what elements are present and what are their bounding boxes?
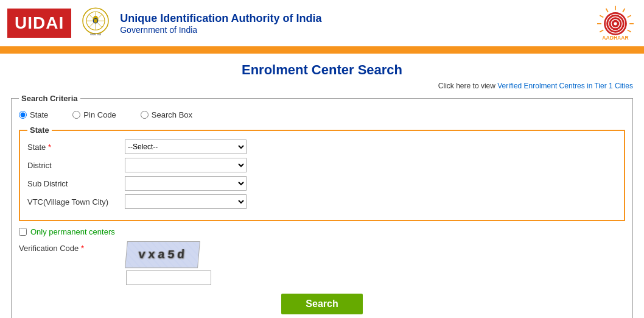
page-title: Enrolment Center Search — [0, 62, 644, 78]
emblem-icon: सत्यमेव जयते — [77, 5, 114, 41]
search-criteria-fieldset: Search Criteria State Pin Code Search Bo… — [11, 94, 633, 318]
svg-line-11 — [623, 9, 625, 12]
tier1-prefix: Click here to view — [438, 82, 495, 90]
svg-point-23 — [614, 22, 617, 25]
search-button[interactable]: Search — [281, 294, 362, 314]
svg-line-15 — [606, 9, 608, 12]
radio-row: State Pin Code Search Box — [19, 110, 625, 119]
state-fieldset: State State * --Select-- District — [19, 125, 625, 221]
subdistrict-row: Sub District — [27, 176, 617, 191]
search-criteria-legend: Search Criteria — [19, 94, 80, 103]
svg-line-12 — [628, 15, 631, 17]
page-title-bar: Enrolment Center Search — [0, 54, 644, 80]
header-left: UIDAI सत्यमेव जयते Unique Identification… — [7, 5, 322, 41]
radio-state[interactable] — [19, 111, 27, 119]
radio-searchbox[interactable] — [141, 111, 149, 119]
permanent-centers-checkbox[interactable] — [19, 228, 27, 236]
tier1-link-bar: Click here to view Verified Enrolment Ce… — [0, 80, 644, 94]
state-fieldset-legend: State — [27, 125, 52, 135]
vtc-row: VTC(Village Town City) — [27, 194, 617, 209]
org-sub: Government of India — [120, 25, 321, 35]
verify-required: * — [81, 244, 84, 253]
svg-line-18 — [600, 30, 603, 32]
radio-state-label: State — [30, 110, 48, 119]
verification-section: Verification Code * vxa5d — [19, 241, 625, 285]
radio-state-option[interactable]: State — [19, 110, 48, 119]
verify-row: Verification Code * vxa5d — [19, 241, 625, 285]
captcha-container: vxa5d — [126, 241, 211, 285]
org-name: Unique Identification Authority of India — [120, 12, 321, 25]
header-text: Unique Identification Authority of India… — [120, 12, 321, 35]
tier1-link[interactable]: Verified Enrolment Centres in Tier 1 Cit… — [497, 82, 633, 90]
permanent-centers-row: Only permanent centers — [19, 227, 625, 236]
radio-pincode-label: Pin Code — [83, 110, 116, 119]
district-select[interactable] — [125, 158, 247, 172]
subdistrict-label: Sub District — [27, 179, 125, 188]
captcha-image: vxa5d — [125, 241, 200, 268]
main-content: Search Criteria State Pin Code Search Bo… — [0, 94, 644, 318]
state-required: * — [48, 143, 51, 152]
permanent-centers-label[interactable]: Only permanent centers — [30, 227, 115, 236]
verify-label: Verification Code * — [19, 241, 116, 253]
svg-line-14 — [628, 30, 631, 32]
svg-text:AADHAAR: AADHAAR — [602, 35, 629, 41]
subdistrict-select[interactable] — [125, 176, 247, 191]
district-label: District — [27, 161, 125, 170]
verification-input[interactable] — [126, 270, 211, 285]
state-label: State * — [27, 143, 125, 152]
orange-divider — [0, 49, 644, 54]
radio-searchbox-label: Search Box — [152, 110, 192, 119]
aadhaar-icon: AADHAAR — [594, 5, 637, 41]
vtc-select[interactable] — [125, 194, 247, 209]
radio-searchbox-option[interactable]: Search Box — [141, 110, 192, 119]
svg-text:सत्यमेव जयते: सत्यमेव जयते — [89, 33, 102, 36]
state-row: State * --Select-- — [27, 140, 617, 154]
vtc-label: VTC(Village Town City) — [27, 197, 125, 207]
svg-line-16 — [600, 15, 603, 17]
aadhaar-logo: AADHAAR — [594, 5, 637, 41]
search-btn-row: Search — [19, 294, 625, 314]
radio-pincode-option[interactable]: Pin Code — [72, 110, 116, 119]
district-row: District — [27, 158, 617, 172]
state-select[interactable]: --Select-- — [125, 140, 247, 154]
header: UIDAI सत्यमेव जयते Unique Identification… — [0, 0, 644, 49]
radio-pincode[interactable] — [72, 111, 80, 119]
uidai-logo: UIDAI — [7, 9, 71, 38]
